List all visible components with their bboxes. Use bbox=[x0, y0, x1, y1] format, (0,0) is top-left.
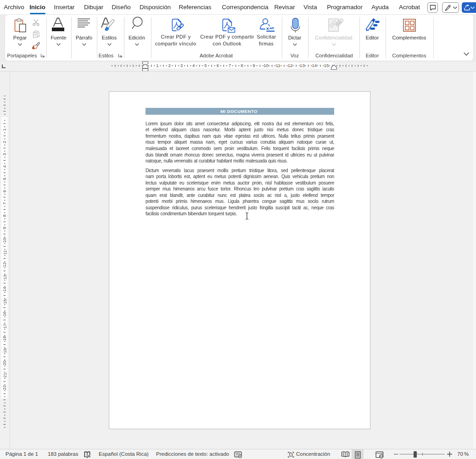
svg-text:7: 7 bbox=[229, 63, 231, 68]
svg-text:14: 14 bbox=[2, 287, 7, 292]
svg-text:20: 20 bbox=[2, 361, 7, 366]
svg-text:9: 9 bbox=[2, 227, 7, 229]
svg-text:8: 8 bbox=[2, 214, 7, 217]
svg-text:16: 16 bbox=[2, 312, 7, 317]
svg-text:4: 4 bbox=[2, 165, 7, 168]
svg-text:15: 15 bbox=[2, 299, 7, 304]
svg-text:10: 10 bbox=[2, 238, 7, 243]
svg-text:7: 7 bbox=[2, 202, 7, 204]
svg-text:3: 3 bbox=[2, 153, 7, 155]
svg-text:13: 13 bbox=[2, 274, 7, 280]
svg-text:13: 13 bbox=[300, 63, 305, 68]
svg-text:5: 5 bbox=[2, 178, 7, 180]
svg-text:19: 19 bbox=[2, 348, 7, 353]
svg-text:12: 12 bbox=[2, 263, 7, 268]
svg-text:22: 22 bbox=[2, 385, 7, 390]
svg-text:2: 2 bbox=[2, 141, 7, 143]
svg-text:11: 11 bbox=[276, 63, 280, 68]
svg-text:1: 1 bbox=[156, 63, 158, 68]
svg-text:6: 6 bbox=[2, 190, 7, 192]
svg-text:6: 6 bbox=[217, 63, 219, 68]
svg-text:3: 3 bbox=[180, 63, 183, 68]
svg-text:9: 9 bbox=[253, 63, 255, 68]
svg-text:5: 5 bbox=[204, 63, 207, 68]
svg-text:4: 4 bbox=[192, 63, 195, 68]
svg-text:11: 11 bbox=[2, 250, 7, 255]
svg-text:10: 10 bbox=[263, 63, 269, 68]
svg-text:14: 14 bbox=[312, 63, 317, 68]
svg-text:21: 21 bbox=[2, 373, 7, 378]
svg-text:1: 1 bbox=[2, 129, 7, 131]
svg-text:15: 15 bbox=[324, 63, 329, 68]
svg-text:8: 8 bbox=[241, 63, 243, 68]
svg-text:17: 17 bbox=[2, 324, 7, 329]
svg-text:18: 18 bbox=[2, 336, 7, 341]
svg-text:2: 2 bbox=[168, 63, 170, 68]
svg-text:12: 12 bbox=[288, 63, 293, 68]
